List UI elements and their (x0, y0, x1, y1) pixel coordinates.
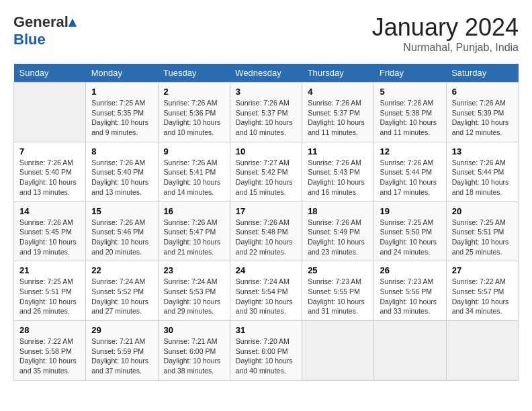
calendar-cell (374, 321, 446, 381)
week-row-5: 28Sunrise: 7:22 AM Sunset: 5:58 PM Dayli… (14, 321, 519, 381)
calendar-cell: 22Sunrise: 7:24 AM Sunset: 5:52 PM Dayli… (86, 261, 158, 321)
calendar-cell: 30Sunrise: 7:21 AM Sunset: 6:00 PM Dayli… (158, 321, 230, 381)
day-number: 5 (380, 87, 440, 97)
calendar-cell: 19Sunrise: 7:25 AM Sunset: 5:50 PM Dayli… (374, 201, 446, 261)
calendar-cell: 2Sunrise: 7:26 AM Sunset: 5:36 PM Daylig… (158, 83, 230, 142)
calendar-cell: 20Sunrise: 7:25 AM Sunset: 5:51 PM Dayli… (446, 201, 518, 261)
calendar-cell: 29Sunrise: 7:21 AM Sunset: 5:59 PM Dayli… (86, 321, 158, 381)
day-number: 8 (91, 146, 152, 156)
day-info: Sunrise: 7:25 AM Sunset: 5:50 PM Dayligh… (380, 218, 440, 257)
day-number: 29 (91, 325, 152, 335)
calendar-cell: 6Sunrise: 7:26 AM Sunset: 5:39 PM Daylig… (446, 83, 518, 142)
day-info: Sunrise: 7:26 AM Sunset: 5:37 PM Dayligh… (308, 98, 368, 138)
day-info: Sunrise: 7:26 AM Sunset: 5:44 PM Dayligh… (380, 158, 440, 197)
calendar-cell: 31Sunrise: 7:20 AM Sunset: 6:00 PM Dayli… (230, 321, 302, 381)
day-number: 12 (380, 146, 440, 156)
day-number: 10 (236, 146, 296, 156)
day-info: Sunrise: 7:20 AM Sunset: 6:00 PM Dayligh… (236, 336, 296, 376)
day-info: Sunrise: 7:26 AM Sunset: 5:36 PM Dayligh… (164, 98, 224, 138)
day-info: Sunrise: 7:26 AM Sunset: 5:45 PM Dayligh… (19, 218, 80, 257)
day-info: Sunrise: 7:27 AM Sunset: 5:42 PM Dayligh… (236, 158, 296, 197)
day-number: 30 (164, 325, 224, 335)
calendar-cell: 13Sunrise: 7:26 AM Sunset: 5:44 PM Dayli… (446, 142, 518, 201)
logo: General ▴ Blue (13, 13, 76, 48)
logo-general-text: General (13, 13, 69, 31)
weekday-header-tuesday: Tuesday (158, 64, 230, 83)
day-info: Sunrise: 7:26 AM Sunset: 5:47 PM Dayligh… (164, 218, 224, 257)
calendar-cell: 3Sunrise: 7:26 AM Sunset: 5:37 PM Daylig… (230, 83, 302, 142)
weekday-header-friday: Friday (374, 64, 446, 83)
calendar-cell: 24Sunrise: 7:24 AM Sunset: 5:54 PM Dayli… (230, 261, 302, 321)
week-row-3: 14Sunrise: 7:26 AM Sunset: 5:45 PM Dayli… (14, 201, 519, 261)
calendar-cell: 11Sunrise: 7:26 AM Sunset: 5:43 PM Dayli… (302, 142, 374, 201)
day-number: 3 (236, 87, 296, 97)
week-row-2: 7Sunrise: 7:26 AM Sunset: 5:40 PM Daylig… (14, 142, 519, 201)
day-number: 23 (164, 265, 224, 275)
day-info: Sunrise: 7:26 AM Sunset: 5:48 PM Dayligh… (236, 218, 296, 257)
day-info: Sunrise: 7:23 AM Sunset: 5:55 PM Dayligh… (308, 277, 368, 316)
calendar-cell: 25Sunrise: 7:23 AM Sunset: 5:55 PM Dayli… (302, 261, 374, 321)
title-section: January 2024 Nurmahal, Punjab, India (372, 13, 519, 54)
day-info: Sunrise: 7:26 AM Sunset: 5:40 PM Dayligh… (91, 158, 152, 197)
day-info: Sunrise: 7:22 AM Sunset: 5:57 PM Dayligh… (452, 277, 513, 316)
day-number: 19 (380, 206, 440, 216)
day-number: 25 (308, 265, 368, 275)
day-info: Sunrise: 7:26 AM Sunset: 5:41 PM Dayligh… (164, 158, 224, 197)
day-info: Sunrise: 7:21 AM Sunset: 5:59 PM Dayligh… (91, 336, 152, 376)
weekday-header-monday: Monday (86, 64, 158, 83)
calendar-cell: 12Sunrise: 7:26 AM Sunset: 5:44 PM Dayli… (374, 142, 446, 201)
day-number: 18 (308, 206, 368, 216)
day-info: Sunrise: 7:21 AM Sunset: 6:00 PM Dayligh… (164, 336, 224, 376)
month-title: January 2024 (372, 13, 519, 42)
day-info: Sunrise: 7:26 AM Sunset: 5:39 PM Dayligh… (452, 98, 513, 138)
calendar-cell: 4Sunrise: 7:26 AM Sunset: 5:37 PM Daylig… (302, 83, 374, 142)
calendar-cell: 16Sunrise: 7:26 AM Sunset: 5:47 PM Dayli… (158, 201, 230, 261)
calendar-cell (14, 83, 86, 142)
day-info: Sunrise: 7:22 AM Sunset: 5:58 PM Dayligh… (19, 336, 80, 376)
location-text: Nurmahal, Punjab, India (372, 42, 519, 54)
day-number: 28 (19, 325, 80, 335)
day-number: 26 (380, 265, 440, 275)
day-number: 22 (91, 265, 152, 275)
day-info: Sunrise: 7:26 AM Sunset: 5:40 PM Dayligh… (19, 158, 80, 197)
day-info: Sunrise: 7:24 AM Sunset: 5:53 PM Dayligh… (164, 277, 224, 316)
day-info: Sunrise: 7:26 AM Sunset: 5:44 PM Dayligh… (452, 158, 513, 197)
calendar-cell: 14Sunrise: 7:26 AM Sunset: 5:45 PM Dayli… (14, 201, 86, 261)
day-info: Sunrise: 7:26 AM Sunset: 5:49 PM Dayligh… (308, 218, 368, 257)
day-info: Sunrise: 7:26 AM Sunset: 5:37 PM Dayligh… (236, 98, 296, 138)
day-info: Sunrise: 7:24 AM Sunset: 5:52 PM Dayligh… (91, 277, 152, 316)
calendar-cell: 17Sunrise: 7:26 AM Sunset: 5:48 PM Dayli… (230, 201, 302, 261)
day-number: 31 (236, 325, 296, 335)
day-number: 9 (164, 146, 224, 156)
calendar-cell (446, 321, 518, 381)
calendar-body: 1Sunrise: 7:25 AM Sunset: 5:35 PM Daylig… (14, 83, 519, 381)
day-number: 6 (452, 87, 513, 97)
calendar-cell: 23Sunrise: 7:24 AM Sunset: 5:53 PM Dayli… (158, 261, 230, 321)
calendar-cell: 7Sunrise: 7:26 AM Sunset: 5:40 PM Daylig… (14, 142, 86, 201)
day-number: 21 (19, 265, 80, 275)
calendar-cell: 9Sunrise: 7:26 AM Sunset: 5:41 PM Daylig… (158, 142, 230, 201)
day-number: 27 (452, 265, 513, 275)
day-number: 14 (19, 206, 80, 216)
calendar-cell: 5Sunrise: 7:26 AM Sunset: 5:38 PM Daylig… (374, 83, 446, 142)
day-info: Sunrise: 7:26 AM Sunset: 5:46 PM Dayligh… (91, 218, 152, 257)
day-info: Sunrise: 7:25 AM Sunset: 5:51 PM Dayligh… (19, 277, 80, 316)
calendar-cell: 15Sunrise: 7:26 AM Sunset: 5:46 PM Dayli… (86, 201, 158, 261)
day-info: Sunrise: 7:26 AM Sunset: 5:38 PM Dayligh… (380, 98, 440, 138)
day-number: 17 (236, 206, 296, 216)
day-number: 1 (91, 87, 152, 97)
calendar-cell: 26Sunrise: 7:23 AM Sunset: 5:56 PM Dayli… (374, 261, 446, 321)
weekday-header-row: SundayMondayTuesdayWednesdayThursdayFrid… (14, 64, 519, 83)
day-number: 7 (19, 146, 80, 156)
day-number: 20 (452, 206, 513, 216)
day-info: Sunrise: 7:25 AM Sunset: 5:35 PM Dayligh… (91, 98, 152, 138)
logo-blue-label: Blue (13, 31, 46, 48)
day-number: 11 (308, 146, 368, 156)
calendar-cell: 28Sunrise: 7:22 AM Sunset: 5:58 PM Dayli… (14, 321, 86, 381)
day-number: 15 (91, 206, 152, 216)
weekday-header-thursday: Thursday (302, 64, 374, 83)
day-number: 2 (164, 87, 224, 97)
day-number: 13 (452, 146, 513, 156)
page-header: General ▴ Blue January 2024 Nurmahal, Pu… (13, 13, 519, 54)
day-number: 16 (164, 206, 224, 216)
